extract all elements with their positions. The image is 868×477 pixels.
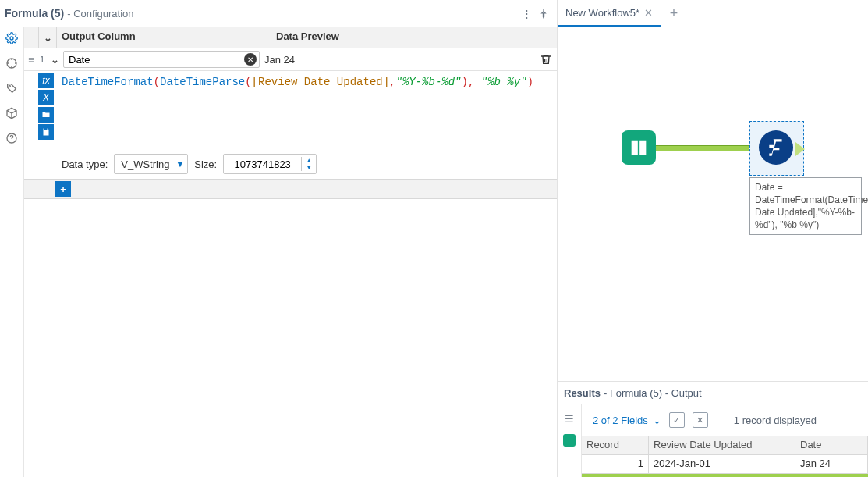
kebab-menu-icon[interactable]: ⋮ (518, 5, 535, 22)
data-type-label: Data type: (62, 158, 108, 170)
formula-output-anchor[interactable] (795, 142, 805, 156)
results-title: Results (564, 387, 601, 399)
drag-handle-icon[interactable]: ≡ (24, 48, 38, 70)
results-title-bar: Results - Formula (5) - Output (558, 381, 868, 404)
add-expression-row: + (24, 180, 557, 199)
cell-date: Jan 24 (795, 455, 868, 474)
field-count-dropdown[interactable]: 2 of 2 Fields ⌄ (593, 415, 661, 426)
output-column-input[interactable] (63, 51, 260, 68)
size-step-up-icon[interactable]: ▲ (302, 157, 316, 164)
collapse-row-icon[interactable]: ⌄ (46, 48, 63, 70)
cell-record: 1 (582, 455, 649, 474)
list-view-icon[interactable]: ☰ (563, 412, 576, 425)
pin-icon[interactable] (535, 5, 552, 22)
chevron-down-icon: ⌄ (653, 415, 661, 426)
col-review-date-updated[interactable]: Review Date Updated (649, 436, 795, 455)
formula-tool[interactable] (759, 130, 793, 165)
tool-annotation: Date = DateTimeFormat(DateTimeParse([Rev… (749, 177, 862, 235)
svg-point-2 (9, 85, 10, 87)
tag-icon[interactable] (5, 81, 19, 95)
cube-icon[interactable] (5, 106, 19, 120)
clear-input-icon[interactable]: ✕ (244, 53, 257, 66)
chevron-down-icon: ▼ (175, 159, 184, 169)
data-type-value: V_WString (121, 158, 169, 170)
fx-functions-icon[interactable]: fx (38, 73, 54, 88)
size-step-down-icon[interactable]: ▼ (302, 164, 316, 171)
delete-row-icon[interactable] (535, 48, 557, 70)
clear-action-icon[interactable]: ✕ (693, 412, 708, 428)
save-icon[interactable] (38, 124, 54, 140)
output-column-header: Output Column (57, 27, 271, 48)
config-title-bar: Formula (5) - Configuration ⋮ (0, 0, 557, 27)
results-output-anchor-icon[interactable] (563, 434, 576, 447)
results-subtitle: - Formula (5) - Output (604, 387, 702, 399)
workflow-tab[interactable]: New Workflow5* ✕ (558, 0, 661, 27)
gear-icon[interactable] (5, 31, 19, 45)
results-data-row[interactable]: 1 2024-Jan-01 Jan 24 (582, 455, 868, 474)
target-icon[interactable] (5, 56, 19, 70)
size-input[interactable] (224, 158, 301, 171)
input-data-tool[interactable] (622, 130, 656, 165)
collapse-all-icon[interactable]: ⌄ (39, 27, 57, 48)
results-side-icons: ☰ (558, 404, 582, 477)
data-type-select[interactable]: V_WString ▼ (114, 154, 188, 174)
svg-point-0 (10, 37, 13, 40)
close-tab-icon[interactable]: ✕ (644, 7, 653, 19)
config-subtitle: - Configuration (67, 8, 133, 20)
configuration-panel: Formula (5) - Configuration ⋮ (0, 0, 558, 477)
config-title: Formula (5) (5, 7, 64, 20)
svg-rect-4 (633, 143, 636, 144)
config-side-icons (0, 27, 24, 477)
formula-field-row: ≡ 1 ⌄ ✕ Jan 24 (24, 48, 557, 71)
size-stepper[interactable]: ▲ ▼ (223, 154, 317, 174)
workspace-tab-bar: New Workflow5* ✕ + (558, 0, 868, 27)
checkbox-action-icon[interactable]: ✓ (669, 412, 685, 428)
results-toolbar: 2 of 2 Fields ⌄ ✓ ✕ 1 record displayed (582, 404, 868, 436)
svg-rect-5 (633, 147, 636, 148)
data-preview-header: Data Preview (271, 27, 557, 48)
x-variables-icon[interactable]: X (38, 90, 54, 105)
results-table: Record Review Date Updated Date 1 2024-J… (582, 436, 868, 477)
workflow-canvas[interactable]: Date = DateTimeFormat(DateTimeParse([Rev… (558, 27, 868, 381)
tool-connection (651, 145, 762, 151)
svg-rect-6 (633, 151, 636, 152)
formula-grid-header: ⌄ Output Column Data Preview (24, 27, 557, 48)
expression-editor[interactable]: DateTimeFormat(DateTimeParse([Review Dat… (55, 71, 557, 149)
expression-area: fx X DateTimeFormat(DateTimeParse([Revie… (24, 71, 557, 180)
cell-review-date-updated: 2024-Jan-01 (649, 455, 795, 474)
help-icon[interactable] (5, 131, 19, 145)
add-expression-button[interactable]: + (55, 181, 71, 197)
row-index: 1 (38, 48, 46, 70)
data-preview-value: Jan 24 (260, 48, 535, 70)
folder-browse-icon[interactable] (38, 107, 54, 123)
size-label: Size: (194, 158, 217, 170)
results-header-row: Record Review Date Updated Date (582, 436, 868, 455)
record-count: 1 record displayed (734, 415, 817, 426)
col-date[interactable]: Date (795, 436, 868, 455)
workflow-tab-label: New Workflow5* (565, 7, 639, 19)
new-tab-button[interactable]: + (661, 0, 687, 27)
col-record[interactable]: Record (582, 436, 649, 455)
